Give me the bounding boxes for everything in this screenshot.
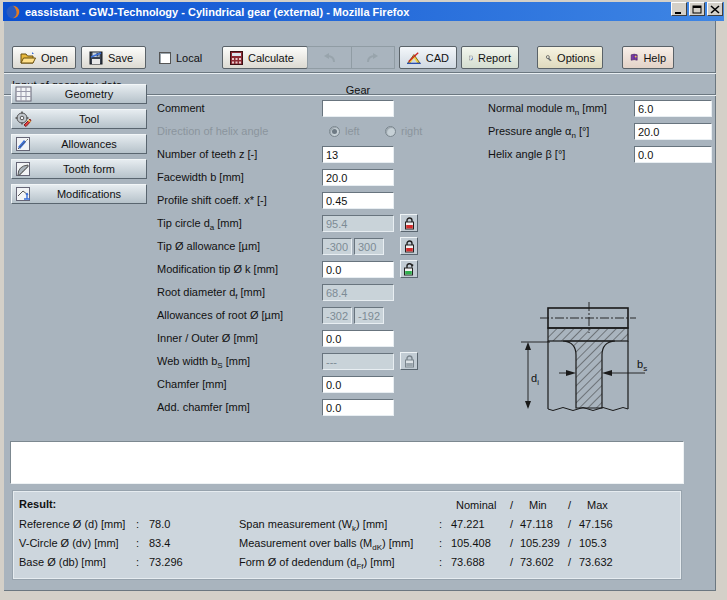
add-chamfer-input[interactable] — [322, 399, 394, 416]
window-title: eassistant - GWJ-Technology - Cylindrica… — [25, 6, 409, 18]
tip-allowance-min-input — [322, 238, 352, 255]
result-label: Measurement over balls (MdK) [mm] — [239, 537, 413, 549]
result-min: 47.118 — [520, 518, 553, 530]
modifications-icon — [15, 186, 32, 202]
maximize-button[interactable] — [689, 2, 705, 16]
root-diameter-input — [322, 284, 394, 301]
chamfer-label: Chamfer [mm] — [157, 378, 321, 390]
cad-button-label: CAD — [426, 52, 449, 64]
inner-outer-input[interactable] — [322, 330, 394, 347]
result-value: 73.296 — [149, 556, 183, 568]
result-label: Reference Ø (d) [mm] — [19, 518, 125, 530]
root-allowance-min-input — [322, 307, 352, 324]
help-button[interactable]: Help — [622, 46, 674, 69]
facewidth-label: Facewidth b [mm] — [157, 171, 321, 183]
sidebar-item-tool[interactable]: Tool — [11, 109, 147, 129]
allowances-icon — [15, 136, 32, 152]
sidebar-item-tooth-form[interactable]: Tooth form — [11, 159, 147, 179]
tip-allowance-max-input — [354, 238, 384, 255]
minimize-icon — [674, 5, 684, 14]
sidebar-item-allowances[interactable]: Allowances — [11, 134, 147, 154]
save-button-label: Save — [108, 52, 133, 64]
result-value: 83.4 — [149, 537, 170, 549]
root-allowances-label: Allowances of root Ø [µm] — [157, 309, 321, 321]
teeth-input[interactable] — [322, 146, 394, 163]
sidebar-item-modifications[interactable]: Modifications — [11, 184, 147, 204]
normal-module-input[interactable] — [634, 100, 712, 117]
chamfer-input[interactable] — [322, 376, 394, 393]
options-button-label: Options — [557, 52, 595, 64]
header-separator: / — [568, 499, 571, 511]
root-allowance-max-input — [354, 307, 384, 324]
minimize-button[interactable] — [671, 2, 687, 16]
root-diameter-label: Root diameter df [mm] — [157, 286, 321, 298]
firefox-icon — [6, 5, 20, 19]
tip-modification-input[interactable] — [322, 261, 394, 278]
help-book-icon — [630, 51, 638, 64]
web-width-label: Web width bS [mm] — [157, 355, 321, 367]
facewidth-input[interactable] — [322, 169, 394, 186]
close-icon — [710, 5, 720, 14]
pressure-angle-label: Pressure angle αn [°] — [488, 125, 638, 137]
helix-direction-label: Direction of helix angle — [157, 125, 321, 137]
close-button[interactable] — [707, 2, 723, 16]
message-area — [10, 441, 684, 484]
result-panel: Result: Nominal / Min / Max Reference Ø … — [12, 490, 682, 580]
helix-right-radio — [385, 126, 396, 137]
cad-drafting-icon — [407, 51, 421, 65]
result-min: 105.239 — [520, 537, 560, 549]
result-max: 47.156 — [579, 518, 613, 530]
header-separator: / — [510, 499, 513, 511]
geometry-grid-icon — [15, 86, 32, 102]
normal-module-label: Normal module mn [mm] — [488, 102, 638, 114]
tip-allowance-label: Tip Ø allowance [µm] — [157, 240, 321, 252]
sidebar-item-geometry[interactable]: Geometry — [11, 84, 147, 104]
calculate-button[interactable]: Calculate — [222, 46, 308, 69]
options-tools-icon — [545, 51, 552, 65]
save-floppy-icon — [89, 51, 103, 65]
result-max: 73.632 — [579, 556, 613, 568]
result-nominal: 105.408 — [451, 537, 491, 549]
open-button[interactable]: Open — [12, 46, 76, 69]
options-button[interactable]: Options — [537, 46, 603, 69]
result-label: Base Ø (db) [mm] — [19, 556, 106, 568]
sidebar-item-label: Tool — [32, 113, 146, 125]
diagram-bs-label: bs — [637, 358, 647, 370]
web-width-input — [322, 353, 394, 370]
help-button-label: Help — [643, 52, 666, 64]
redo-icon — [365, 52, 381, 64]
open-folder-icon — [20, 51, 36, 65]
cad-button[interactable]: CAD — [399, 46, 457, 69]
helix-angle-label: Helix angle β [°] — [488, 148, 638, 160]
result-label: Form Ø of dedendum (dFf) [mm] — [239, 556, 395, 568]
comment-input[interactable] — [322, 100, 394, 117]
web-width-lock-button — [400, 352, 418, 370]
add-chamfer-label: Add. chamfer [mm] — [157, 401, 321, 413]
result-label: Span measurement (Wk) [mm] — [239, 518, 387, 530]
tip-allowance-lock-button[interactable] — [400, 237, 418, 255]
tip-modification-lock-button[interactable] — [400, 260, 418, 278]
result-label: V-Circle Ø (dv) [mm] — [19, 537, 119, 549]
result-max: 105.3 — [579, 537, 607, 549]
local-checkbox[interactable] — [159, 52, 171, 64]
redo-button — [351, 47, 395, 68]
tip-circle-lock-button[interactable] — [400, 214, 418, 232]
profile-shift-input[interactable] — [322, 192, 394, 209]
pressure-angle-input[interactable] — [634, 123, 712, 140]
report-button[interactable]: Report — [461, 46, 519, 69]
sidebar-item-label: Modifications — [32, 188, 146, 200]
save-button[interactable]: Save — [81, 46, 146, 69]
profile-shift-label: Profile shift coeff. x* [-] — [157, 194, 321, 206]
result-nominal: 73.688 — [451, 556, 485, 568]
result-title: Result: — [19, 498, 56, 510]
header-max: Max — [587, 499, 608, 511]
tooth-form-icon — [15, 161, 32, 177]
lock-closed-red-icon — [404, 217, 415, 230]
undo-button — [308, 47, 351, 68]
lock-closed-red-icon — [404, 240, 415, 253]
helix-angle-input[interactable] — [634, 146, 712, 163]
maximize-icon — [692, 5, 702, 14]
header-nominal: Nominal — [456, 499, 496, 511]
helix-left-label: left — [345, 125, 360, 137]
tip-modification-label: Modification tip Ø k [mm] — [157, 263, 321, 275]
